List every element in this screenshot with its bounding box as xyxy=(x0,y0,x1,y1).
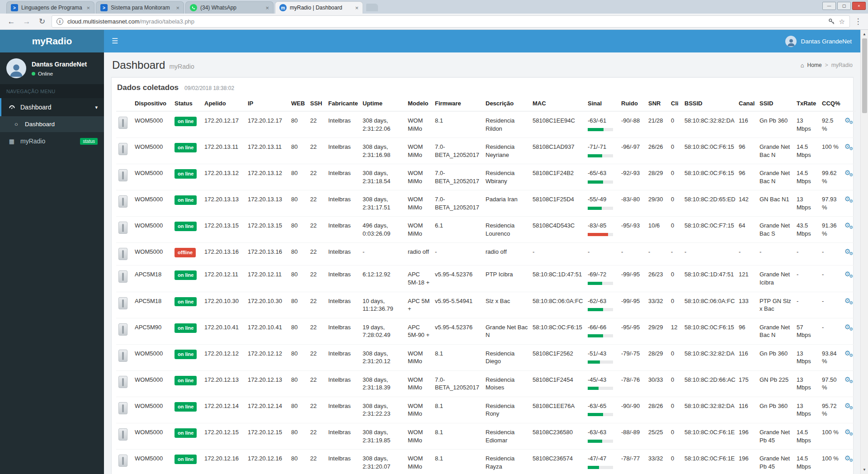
settings-gear-icon[interactable]: ⚙⚙ xyxy=(844,270,853,279)
cell-status: on line xyxy=(172,344,202,370)
settings-gear-icon[interactable]: ⚙⚙ xyxy=(844,428,853,436)
cell-ip: 172.20.12.14 xyxy=(245,397,289,423)
browser-toolbar: ← → ↻ i cloud.multisistemasnet.com/myrad… xyxy=(0,14,868,30)
cell-bssid: 58:10:8C:2D:65:ED xyxy=(682,190,736,217)
settings-gear-icon[interactable]: ⚙⚙ xyxy=(844,248,853,256)
page-scrollbar[interactable]: ▲ ▼ xyxy=(860,30,868,474)
signal-value: -63/-61 xyxy=(588,117,617,125)
tab-close-icon[interactable]: × xyxy=(176,5,179,11)
col-sinal: Sinal xyxy=(585,96,619,111)
cell-ssid: Grande Net Bac N xyxy=(757,164,794,190)
tab-myradio-active[interactable]: m myRadio | Dashboard × xyxy=(275,1,363,14)
settings-gear-icon[interactable]: ⚙⚙ xyxy=(844,195,853,204)
cell-modelo: WOM MiMo xyxy=(406,138,433,164)
tab-close-icon[interactable]: × xyxy=(355,5,359,11)
settings-gear-icon[interactable]: ⚙⚙ xyxy=(844,455,853,463)
signal-value: -62/-63 xyxy=(588,297,617,305)
settings-gear-icon[interactable]: ⚙⚙ xyxy=(844,297,853,305)
cell-fabricante: Intelbras xyxy=(326,318,360,344)
tab-sistema[interactable]: > Sistema para Monitoram × xyxy=(96,1,184,14)
close-button[interactable]: × xyxy=(852,2,866,10)
sidebar-user-name: Dantas GrandeNet xyxy=(32,61,87,68)
cell-ip: 172.20.10.30 xyxy=(245,292,289,318)
cell-ssid: Grande Net Pb 45 xyxy=(757,450,794,474)
settings-gear-icon[interactable]: ⚙⚙ xyxy=(844,350,853,358)
cell-sinal: -71/-71 xyxy=(585,138,619,164)
cell-uptime: 6:12:12.92 xyxy=(360,265,406,292)
cell-ruido: - xyxy=(619,243,646,265)
cell-ssh: 22 xyxy=(308,111,326,138)
tab-whatsapp[interactable]: (34) WhatsApp × xyxy=(185,1,274,14)
header-user-menu[interactable]: Dantas GrandeNet xyxy=(785,36,868,47)
device-thumbnail xyxy=(118,195,127,208)
settings-gear-icon[interactable]: ⚙⚙ xyxy=(844,169,853,177)
status-badge: on line xyxy=(175,376,197,385)
maximize-button[interactable]: ▢ xyxy=(837,2,851,10)
table-row: WOM5000on line172.20.12.12172.20.12.1280… xyxy=(116,344,856,370)
cell-ssh: 22 xyxy=(308,217,326,243)
cell-ccq: 91.36 % xyxy=(820,217,842,243)
reload-button[interactable]: ↻ xyxy=(36,17,48,26)
sidebar-item-dashboard-parent[interactable]: Dashboard ▾ xyxy=(0,98,104,116)
settings-gear-icon[interactable]: ⚙⚙ xyxy=(844,117,853,125)
bookmark-star-icon[interactable]: ☆ xyxy=(839,18,845,26)
tab-close-icon[interactable]: × xyxy=(265,5,269,11)
signal-value: -66/-66 xyxy=(588,323,617,332)
settings-gear-icon[interactable]: ⚙⚙ xyxy=(844,222,853,230)
cell-uptime: - xyxy=(360,243,406,265)
cell-status: on line xyxy=(172,370,202,397)
key-icon[interactable] xyxy=(828,18,835,25)
settings-gear-icon[interactable]: ⚙⚙ xyxy=(844,402,853,410)
sidebar-toggle-icon[interactable]: ☰ xyxy=(104,30,126,52)
device-thumbnail xyxy=(118,350,127,362)
breadcrumb-home-link[interactable]: Home xyxy=(807,62,822,68)
cell-firmware: - xyxy=(433,243,483,265)
back-button[interactable]: ← xyxy=(5,17,17,26)
address-bar[interactable]: i cloud.multisistemasnet.com/myradio/tab… xyxy=(52,15,850,28)
cell-cli: 0 xyxy=(669,138,682,164)
cell-txrate: 13 Mbps xyxy=(794,190,820,217)
cell-canal: 96 xyxy=(736,138,757,164)
signal-bar xyxy=(588,282,613,285)
table-row: WOM5000offline172.20.13.16172.20.13.1680… xyxy=(116,243,856,265)
cell-canal: 142 xyxy=(736,190,757,217)
cell-actions: ⚙⚙ xyxy=(842,164,856,190)
tab-close-icon[interactable]: × xyxy=(86,5,90,11)
user-status[interactable]: Online xyxy=(32,71,87,76)
cell-firmware: 8.1 xyxy=(433,450,483,474)
cell-uptime: 308 days, 2:31:16.98 xyxy=(360,138,406,164)
signal-value: -51/-43 xyxy=(588,350,617,358)
tab-linguagens[interactable]: > Linguagens de Programa × xyxy=(6,1,94,14)
cell-ruido: -95/-93 xyxy=(619,217,646,243)
col-mac: MAC xyxy=(530,96,585,111)
browser-menu-icon[interactable]: ⋮ xyxy=(854,17,863,26)
scroll-down-icon[interactable]: ▼ xyxy=(863,465,866,474)
forward-button[interactable]: → xyxy=(21,17,33,26)
scrollbar-thumb[interactable] xyxy=(862,38,867,113)
cell-mac: - xyxy=(530,243,585,265)
cell-apelido: 172.20.12.12 xyxy=(202,344,245,370)
minimize-button[interactable]: — xyxy=(822,2,836,10)
settings-gear-icon[interactable]: ⚙⚙ xyxy=(844,143,853,151)
cell-ssid: GN Bac N1 xyxy=(757,190,794,217)
settings-gear-icon[interactable]: ⚙⚙ xyxy=(844,323,853,332)
cell-ssid: Gn Pb 360 xyxy=(757,397,794,423)
brand-logo[interactable]: myRadio xyxy=(0,30,104,52)
sidebar-item-myradio[interactable]: ▦ myRadio status xyxy=(0,132,104,150)
cell-status: on line xyxy=(172,397,202,423)
cell-snr: 28/26 xyxy=(646,397,669,423)
scroll-up-icon[interactable]: ▲ xyxy=(863,30,866,38)
cell-canal: 133 xyxy=(736,292,757,318)
signal-bar xyxy=(588,387,613,390)
new-tab-button[interactable] xyxy=(366,4,378,11)
cell-ssh: 22 xyxy=(308,243,326,265)
settings-gear-icon[interactable]: ⚙⚙ xyxy=(844,376,853,384)
sidebar-item-dashboard[interactable]: ○ Dashboard xyxy=(0,116,104,132)
cell-modelo: WOM MiMo xyxy=(406,450,433,474)
tab-title: (34) WhatsApp xyxy=(200,5,262,11)
cell-mac: 58108C4D543C xyxy=(530,217,585,243)
status-badge: on line xyxy=(175,350,197,359)
cell-status: on line xyxy=(172,292,202,318)
cell-ssh: 22 xyxy=(308,318,326,344)
page-info-icon[interactable]: i xyxy=(57,18,63,25)
